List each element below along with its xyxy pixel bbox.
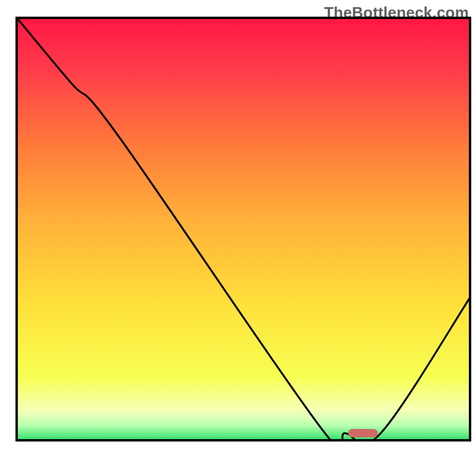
gradient-background	[17, 18, 470, 440]
optimal-marker	[348, 429, 378, 437]
chart-canvas: TheBottleneck.com	[0, 0, 476, 476]
chart-svg	[0, 0, 476, 476]
